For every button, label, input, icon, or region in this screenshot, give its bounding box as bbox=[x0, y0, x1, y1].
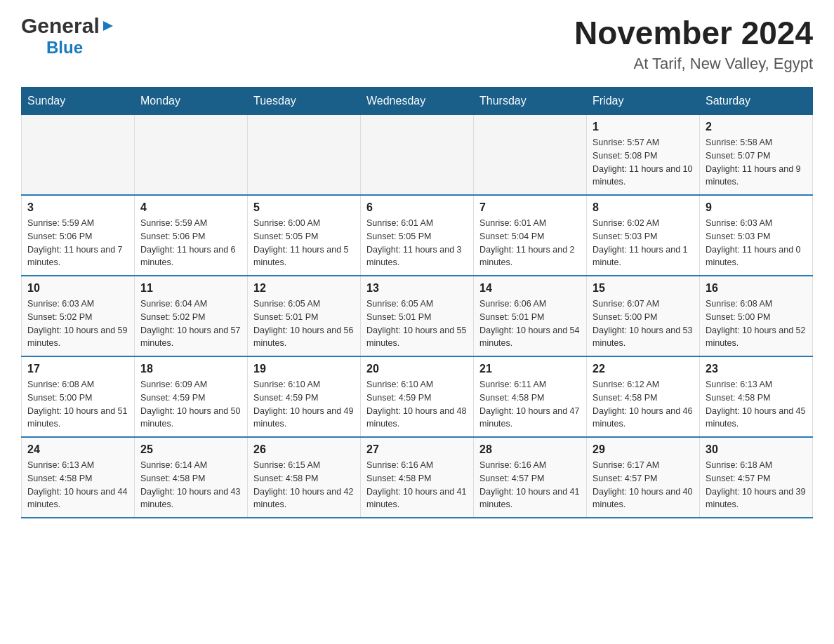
calendar-cell: 9Sunrise: 6:03 AMSunset: 5:03 PMDaylight… bbox=[700, 195, 813, 276]
day-number: 15 bbox=[593, 282, 694, 295]
calendar-cell: 23Sunrise: 6:13 AMSunset: 4:58 PMDayligh… bbox=[700, 356, 813, 437]
header-row: Sunday Monday Tuesday Wednesday Thursday… bbox=[22, 88, 813, 115]
day-number: 20 bbox=[366, 363, 468, 375]
calendar-cell: 20Sunrise: 6:10 AMSunset: 4:59 PMDayligh… bbox=[361, 356, 474, 437]
day-number: 28 bbox=[479, 443, 581, 456]
calendar-cell: 26Sunrise: 6:15 AMSunset: 4:58 PMDayligh… bbox=[248, 437, 361, 518]
day-info: Sunrise: 6:08 AMSunset: 5:00 PMDaylight:… bbox=[27, 378, 128, 431]
col-saturday: Saturday bbox=[700, 88, 813, 115]
day-number: 24 bbox=[27, 443, 128, 456]
calendar-cell: 15Sunrise: 6:07 AMSunset: 5:00 PMDayligh… bbox=[587, 276, 700, 356]
calendar-cell: 27Sunrise: 6:16 AMSunset: 4:58 PMDayligh… bbox=[361, 437, 474, 518]
calendar-body: 1Sunrise: 5:57 AMSunset: 5:08 PMDaylight… bbox=[22, 115, 813, 518]
day-number: 4 bbox=[140, 201, 241, 214]
calendar-cell: 6Sunrise: 6:01 AMSunset: 5:05 PMDaylight… bbox=[361, 195, 474, 276]
day-info: Sunrise: 6:16 AMSunset: 4:58 PMDaylight:… bbox=[366, 459, 468, 511]
logo-triangle-icon bbox=[102, 20, 114, 35]
day-info: Sunrise: 6:00 AMSunset: 5:05 PMDaylight:… bbox=[253, 217, 355, 269]
day-number: 16 bbox=[706, 282, 807, 295]
calendar-cell: 13Sunrise: 6:05 AMSunset: 5:01 PMDayligh… bbox=[361, 276, 474, 356]
svg-marker-0 bbox=[103, 21, 113, 31]
day-info: Sunrise: 6:16 AMSunset: 4:57 PMDaylight:… bbox=[479, 459, 581, 511]
page-header: General Blue November 2024 At Tarif, New… bbox=[21, 14, 813, 73]
day-info: Sunrise: 6:01 AMSunset: 5:04 PMDaylight:… bbox=[479, 217, 581, 269]
day-number: 23 bbox=[706, 363, 807, 375]
logo-general-text: General bbox=[21, 14, 100, 38]
calendar-week-row: 10Sunrise: 6:03 AMSunset: 5:02 PMDayligh… bbox=[22, 276, 813, 356]
day-number: 2 bbox=[706, 121, 807, 133]
day-info: Sunrise: 6:06 AMSunset: 5:01 PMDaylight:… bbox=[479, 297, 581, 350]
logo-row: General bbox=[21, 14, 114, 38]
calendar-cell: 29Sunrise: 6:17 AMSunset: 4:57 PMDayligh… bbox=[587, 437, 700, 518]
logo-blue-row: Blue bbox=[46, 38, 83, 58]
day-number: 5 bbox=[253, 201, 355, 214]
calendar-cell: 19Sunrise: 6:10 AMSunset: 4:59 PMDayligh… bbox=[248, 356, 361, 437]
day-number: 12 bbox=[253, 282, 355, 295]
day-info: Sunrise: 6:10 AMSunset: 4:59 PMDaylight:… bbox=[366, 378, 468, 431]
calendar-cell: 28Sunrise: 6:16 AMSunset: 4:57 PMDayligh… bbox=[474, 437, 587, 518]
day-number: 26 bbox=[253, 443, 355, 456]
day-info: Sunrise: 6:09 AMSunset: 4:59 PMDaylight:… bbox=[140, 378, 241, 431]
calendar-cell: 4Sunrise: 5:59 AMSunset: 5:06 PMDaylight… bbox=[135, 195, 248, 276]
calendar-cell: 12Sunrise: 6:05 AMSunset: 5:01 PMDayligh… bbox=[248, 276, 361, 356]
day-number: 9 bbox=[706, 201, 807, 214]
day-info: Sunrise: 6:18 AMSunset: 4:57 PMDaylight:… bbox=[706, 459, 807, 511]
calendar-cell bbox=[474, 115, 587, 196]
calendar-cell: 5Sunrise: 6:00 AMSunset: 5:05 PMDaylight… bbox=[248, 195, 361, 276]
calendar-cell: 11Sunrise: 6:04 AMSunset: 5:02 PMDayligh… bbox=[135, 276, 248, 356]
day-info: Sunrise: 5:59 AMSunset: 5:06 PMDaylight:… bbox=[27, 217, 128, 269]
col-wednesday: Wednesday bbox=[361, 88, 474, 115]
calendar-cell: 7Sunrise: 6:01 AMSunset: 5:04 PMDaylight… bbox=[474, 195, 587, 276]
calendar-cell: 18Sunrise: 6:09 AMSunset: 4:59 PMDayligh… bbox=[135, 356, 248, 437]
calendar-cell: 30Sunrise: 6:18 AMSunset: 4:57 PMDayligh… bbox=[700, 437, 813, 518]
day-info: Sunrise: 6:01 AMSunset: 5:05 PMDaylight:… bbox=[366, 217, 468, 269]
calendar-cell bbox=[135, 115, 248, 196]
calendar-week-row: 1Sunrise: 5:57 AMSunset: 5:08 PMDaylight… bbox=[22, 115, 813, 196]
calendar-cell: 24Sunrise: 6:13 AMSunset: 4:58 PMDayligh… bbox=[22, 437, 135, 518]
calendar-cell bbox=[248, 115, 361, 196]
calendar-week-row: 17Sunrise: 6:08 AMSunset: 5:00 PMDayligh… bbox=[22, 356, 813, 437]
day-info: Sunrise: 6:10 AMSunset: 4:59 PMDaylight:… bbox=[253, 378, 355, 431]
calendar-cell: 25Sunrise: 6:14 AMSunset: 4:58 PMDayligh… bbox=[135, 437, 248, 518]
day-info: Sunrise: 6:03 AMSunset: 5:03 PMDaylight:… bbox=[706, 217, 807, 269]
day-number: 6 bbox=[366, 201, 468, 214]
col-sunday: Sunday bbox=[22, 88, 135, 115]
col-monday: Monday bbox=[135, 88, 248, 115]
day-number: 3 bbox=[27, 201, 128, 214]
calendar-week-row: 24Sunrise: 6:13 AMSunset: 4:58 PMDayligh… bbox=[22, 437, 813, 518]
col-tuesday: Tuesday bbox=[248, 88, 361, 115]
day-number: 1 bbox=[593, 121, 694, 133]
day-info: Sunrise: 6:15 AMSunset: 4:58 PMDaylight:… bbox=[253, 459, 355, 511]
day-info: Sunrise: 6:12 AMSunset: 4:58 PMDaylight:… bbox=[593, 378, 694, 431]
day-info: Sunrise: 6:05 AMSunset: 5:01 PMDaylight:… bbox=[253, 297, 355, 350]
calendar-table: Sunday Monday Tuesday Wednesday Thursday… bbox=[21, 87, 813, 518]
calendar-cell: 1Sunrise: 5:57 AMSunset: 5:08 PMDaylight… bbox=[587, 115, 700, 196]
day-number: 22 bbox=[593, 363, 694, 375]
calendar-cell bbox=[22, 115, 135, 196]
day-number: 29 bbox=[593, 443, 694, 456]
day-info: Sunrise: 6:03 AMSunset: 5:02 PMDaylight:… bbox=[27, 297, 128, 350]
calendar-week-row: 3Sunrise: 5:59 AMSunset: 5:06 PMDaylight… bbox=[22, 195, 813, 276]
calendar-cell: 21Sunrise: 6:11 AMSunset: 4:58 PMDayligh… bbox=[474, 356, 587, 437]
day-info: Sunrise: 5:59 AMSunset: 5:06 PMDaylight:… bbox=[140, 217, 241, 269]
calendar-header: Sunday Monday Tuesday Wednesday Thursday… bbox=[22, 88, 813, 115]
day-number: 21 bbox=[479, 363, 581, 375]
day-info: Sunrise: 6:14 AMSunset: 4:58 PMDaylight:… bbox=[140, 459, 241, 511]
day-info: Sunrise: 6:04 AMSunset: 5:02 PMDaylight:… bbox=[140, 297, 241, 350]
day-number: 25 bbox=[140, 443, 241, 456]
calendar-cell: 14Sunrise: 6:06 AMSunset: 5:01 PMDayligh… bbox=[474, 276, 587, 356]
calendar-cell: 10Sunrise: 6:03 AMSunset: 5:02 PMDayligh… bbox=[22, 276, 135, 356]
calendar-cell bbox=[361, 115, 474, 196]
day-number: 13 bbox=[366, 282, 468, 295]
col-thursday: Thursday bbox=[474, 88, 587, 115]
day-info: Sunrise: 6:17 AMSunset: 4:57 PMDaylight:… bbox=[593, 459, 694, 511]
day-number: 11 bbox=[140, 282, 241, 295]
calendar-title: November 2024 bbox=[574, 14, 813, 52]
day-info: Sunrise: 6:13 AMSunset: 4:58 PMDaylight:… bbox=[706, 378, 807, 431]
calendar-subtitle: At Tarif, New Valley, Egypt bbox=[574, 55, 813, 73]
day-info: Sunrise: 6:13 AMSunset: 4:58 PMDaylight:… bbox=[27, 459, 128, 511]
calendar-cell: 3Sunrise: 5:59 AMSunset: 5:06 PMDaylight… bbox=[22, 195, 135, 276]
day-info: Sunrise: 5:58 AMSunset: 5:07 PMDaylight:… bbox=[706, 136, 807, 189]
day-info: Sunrise: 6:08 AMSunset: 5:00 PMDaylight:… bbox=[706, 297, 807, 350]
day-info: Sunrise: 6:05 AMSunset: 5:01 PMDaylight:… bbox=[366, 297, 468, 350]
